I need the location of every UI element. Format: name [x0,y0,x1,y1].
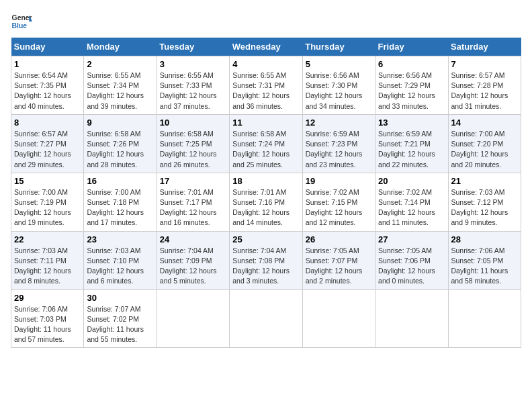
calendar-cell: 23Sunrise: 7:03 AMSunset: 7:10 PMDayligh… [84,231,157,289]
day-number: 2 [87,59,153,69]
day-number: 13 [378,118,445,128]
day-info: Sunrise: 7:01 AMSunset: 7:17 PMDaylight:… [160,187,226,228]
calendar-cell: 8Sunrise: 6:57 AMSunset: 7:27 PMDaylight… [11,114,84,173]
header-tuesday: Tuesday [157,38,229,56]
day-info: Sunrise: 6:55 AMSunset: 7:34 PMDaylight:… [87,71,153,111]
day-info: Sunrise: 6:57 AMSunset: 7:27 PMDaylight:… [14,129,81,170]
header-monday: Monday [84,38,157,56]
calendar-cell [157,289,229,348]
day-number: 12 [306,118,372,128]
calendar-cell: 15Sunrise: 7:00 AMSunset: 7:19 PMDayligh… [11,173,84,231]
day-info: Sunrise: 6:56 AMSunset: 7:29 PMDaylight:… [378,71,445,111]
header-wednesday: Wednesday [230,38,302,56]
calendar-cell: 5Sunrise: 6:56 AMSunset: 7:30 PMDaylight… [302,56,375,115]
day-number: 21 [451,176,518,186]
calendar-cell: 30Sunrise: 7:07 AMSunset: 7:02 PMDayligh… [84,289,157,348]
day-info: Sunrise: 6:54 AMSunset: 7:35 PMDaylight:… [14,71,81,111]
week-row-5: 29Sunrise: 7:06 AMSunset: 7:03 PMDayligh… [11,289,521,348]
day-number: 6 [378,59,445,69]
calendar-cell: 21Sunrise: 7:03 AMSunset: 7:12 PMDayligh… [448,173,521,231]
header-friday: Friday [375,38,448,56]
day-number: 7 [451,59,518,69]
day-info: Sunrise: 6:56 AMSunset: 7:30 PMDaylight:… [306,71,372,111]
day-number: 27 [378,234,445,244]
calendar-cell: 7Sunrise: 6:57 AMSunset: 7:28 PMDaylight… [448,56,521,115]
day-info: Sunrise: 7:00 AMSunset: 7:19 PMDaylight:… [14,187,81,228]
day-info: Sunrise: 7:02 AMSunset: 7:14 PMDaylight:… [378,187,445,228]
day-number: 8 [14,118,81,128]
calendar-cell: 28Sunrise: 7:06 AMSunset: 7:05 PMDayligh… [448,231,521,289]
day-info: Sunrise: 7:03 AMSunset: 7:10 PMDaylight:… [87,246,153,287]
header-sunday: Sunday [11,38,84,56]
day-number: 19 [306,176,372,186]
day-number: 24 [160,234,226,244]
day-info: Sunrise: 7:05 AMSunset: 7:07 PMDaylight:… [306,246,372,287]
logo: General Blue [11,11,32,32]
day-number: 1 [14,59,81,69]
day-number: 5 [306,59,372,69]
day-info: Sunrise: 6:59 AMSunset: 7:21 PMDaylight:… [378,129,445,170]
calendar-cell: 9Sunrise: 6:58 AMSunset: 7:26 PMDaylight… [84,114,157,173]
day-info: Sunrise: 7:07 AMSunset: 7:02 PMDaylight:… [87,304,153,345]
calendar-cell: 2Sunrise: 6:55 AMSunset: 7:34 PMDaylight… [84,56,157,115]
calendar-cell: 4Sunrise: 6:55 AMSunset: 7:31 PMDaylight… [230,56,302,115]
day-number: 25 [232,234,299,244]
calendar-cell: 29Sunrise: 7:06 AMSunset: 7:03 PMDayligh… [11,289,84,348]
calendar-cell: 10Sunrise: 6:58 AMSunset: 7:25 PMDayligh… [157,114,229,173]
day-info: Sunrise: 6:57 AMSunset: 7:28 PMDaylight:… [451,71,518,111]
calendar-cell [302,289,375,348]
calendar-cell: 11Sunrise: 6:58 AMSunset: 7:24 PMDayligh… [230,114,302,173]
calendar-cell: 1Sunrise: 6:54 AMSunset: 7:35 PMDaylight… [11,56,84,115]
page-header: General Blue [11,11,521,32]
week-row-1: 1Sunrise: 6:54 AMSunset: 7:35 PMDaylight… [11,56,521,115]
day-info: Sunrise: 7:00 AMSunset: 7:18 PMDaylight:… [87,187,153,228]
header-saturday: Saturday [448,38,521,56]
day-number: 11 [232,118,299,128]
day-info: Sunrise: 7:02 AMSunset: 7:15 PMDaylight:… [306,187,372,228]
day-number: 4 [232,59,299,69]
week-row-3: 15Sunrise: 7:00 AMSunset: 7:19 PMDayligh… [11,173,521,231]
day-info: Sunrise: 7:06 AMSunset: 7:05 PMDaylight:… [451,246,518,287]
day-info: Sunrise: 6:58 AMSunset: 7:24 PMDaylight:… [232,129,299,170]
calendar-cell: 17Sunrise: 7:01 AMSunset: 7:17 PMDayligh… [157,173,229,231]
calendar-cell: 27Sunrise: 7:05 AMSunset: 7:06 PMDayligh… [375,231,448,289]
svg-text:Blue: Blue [12,22,28,30]
day-info: Sunrise: 6:55 AMSunset: 7:31 PMDaylight:… [232,71,299,111]
calendar-cell: 16Sunrise: 7:00 AMSunset: 7:18 PMDayligh… [84,173,157,231]
calendar-cell: 19Sunrise: 7:02 AMSunset: 7:15 PMDayligh… [302,173,375,231]
day-number: 18 [232,176,299,186]
week-row-2: 8Sunrise: 6:57 AMSunset: 7:27 PMDaylight… [11,114,521,173]
day-info: Sunrise: 7:04 AMSunset: 7:09 PMDaylight:… [160,246,226,287]
calendar-cell: 26Sunrise: 7:05 AMSunset: 7:07 PMDayligh… [302,231,375,289]
day-number: 17 [160,176,226,186]
day-number: 30 [87,293,153,303]
day-number: 23 [87,234,153,244]
day-number: 29 [14,293,81,303]
calendar-cell: 6Sunrise: 6:56 AMSunset: 7:29 PMDaylight… [375,56,448,115]
calendar-cell [375,289,448,348]
calendar-cell: 24Sunrise: 7:04 AMSunset: 7:09 PMDayligh… [157,231,229,289]
day-number: 15 [14,176,81,186]
calendar-cell: 14Sunrise: 7:00 AMSunset: 7:20 PMDayligh… [448,114,521,173]
day-info: Sunrise: 7:03 AMSunset: 7:11 PMDaylight:… [14,246,81,287]
header-thursday: Thursday [302,38,375,56]
day-info: Sunrise: 7:05 AMSunset: 7:06 PMDaylight:… [378,246,445,287]
calendar-cell: 13Sunrise: 6:59 AMSunset: 7:21 PMDayligh… [375,114,448,173]
day-number: 28 [451,234,518,244]
calendar-cell: 12Sunrise: 6:59 AMSunset: 7:23 PMDayligh… [302,114,375,173]
week-row-4: 22Sunrise: 7:03 AMSunset: 7:11 PMDayligh… [11,231,521,289]
day-info: Sunrise: 7:06 AMSunset: 7:03 PMDaylight:… [14,304,81,345]
day-info: Sunrise: 7:04 AMSunset: 7:08 PMDaylight:… [232,246,299,287]
day-info: Sunrise: 6:55 AMSunset: 7:33 PMDaylight:… [160,71,226,111]
day-number: 22 [14,234,81,244]
day-number: 9 [87,118,153,128]
calendar-cell [448,289,521,348]
calendar-cell: 3Sunrise: 6:55 AMSunset: 7:33 PMDaylight… [157,56,229,115]
day-number: 16 [87,176,153,186]
day-info: Sunrise: 7:03 AMSunset: 7:12 PMDaylight:… [451,187,518,228]
calendar-cell: 18Sunrise: 7:01 AMSunset: 7:16 PMDayligh… [230,173,302,231]
day-number: 10 [160,118,226,128]
calendar-cell: 22Sunrise: 7:03 AMSunset: 7:11 PMDayligh… [11,231,84,289]
day-info: Sunrise: 6:58 AMSunset: 7:26 PMDaylight:… [87,129,153,170]
day-number: 14 [451,118,518,128]
